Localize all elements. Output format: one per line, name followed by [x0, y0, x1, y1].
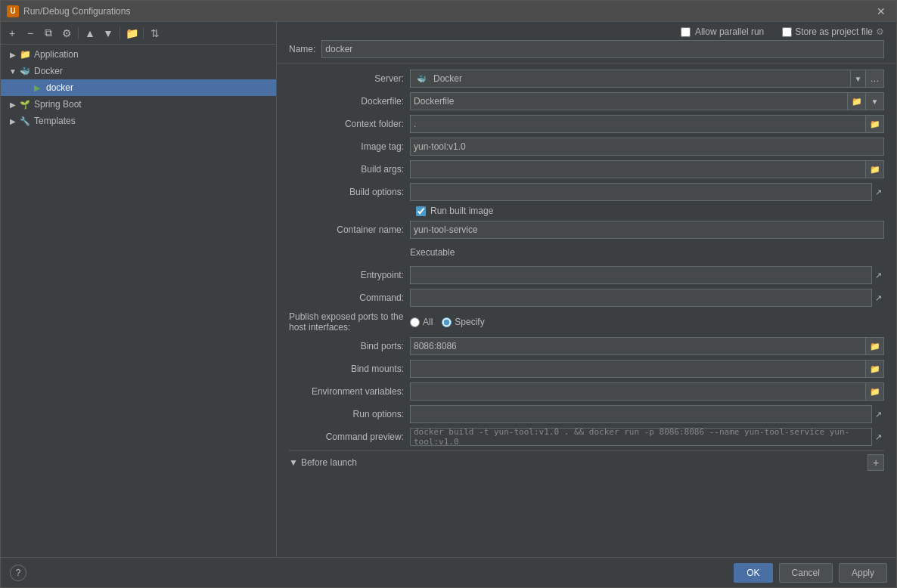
- run-debug-configurations-window: U Run/Debug Configurations ✕ + − ⧉ ⚙ ▲ ▼…: [0, 0, 897, 588]
- tree-label-docker-config: docker: [46, 82, 73, 93]
- before-launch-add-button[interactable]: +: [868, 454, 884, 471]
- command-preview-label: Command preview:: [289, 432, 410, 442]
- run-options-row: Run options: ↗: [289, 405, 884, 423]
- before-launch-arrow[interactable]: ▼: [289, 457, 298, 468]
- radio-all-label[interactable]: All: [410, 317, 433, 327]
- move-down-button[interactable]: ▼: [100, 25, 116, 42]
- server-more-button[interactable]: …: [866, 70, 884, 88]
- dockerfile-dropdown-button[interactable]: ▼: [866, 92, 884, 110]
- radio-specify-label[interactable]: Specify: [442, 317, 484, 327]
- bind-mounts-browse-button[interactable]: 📁: [866, 360, 884, 378]
- image-tag-input[interactable]: [410, 138, 884, 156]
- run-options-input[interactable]: [410, 405, 872, 423]
- main-content: + − ⧉ ⚙ ▲ ▼ 📁 ⇅ ▶ 📁 Application: [1, 22, 896, 557]
- bind-mounts-input[interactable]: [410, 360, 866, 378]
- bind-mounts-row: Bind mounts: 📁: [289, 360, 884, 378]
- command-preview-value: docker build -t yun-tool:v1.0 . && docke…: [410, 428, 872, 446]
- bind-ports-browse-button[interactable]: 📁: [866, 337, 884, 355]
- apply-button[interactable]: Apply: [839, 563, 887, 583]
- cancel-button[interactable]: Cancel: [779, 563, 833, 583]
- executable-header-row: Executable: [289, 243, 884, 262]
- env-vars-input[interactable]: [410, 382, 866, 401]
- header-options-row: Allow parallel run Store as project file…: [277, 22, 896, 40]
- radio-all[interactable]: [410, 317, 420, 327]
- tree-toggle-docker[interactable]: ▼: [7, 67, 19, 76]
- bind-mounts-label: Bind mounts:: [289, 364, 410, 374]
- container-name-input[interactable]: [410, 221, 884, 239]
- dockerfile-browse-button[interactable]: 📁: [848, 92, 866, 110]
- tree-toggle-templates[interactable]: ▶: [7, 117, 19, 125]
- dockerfile-label: Dockerfile:: [289, 96, 410, 107]
- copy-config-button[interactable]: ⧉: [40, 25, 57, 42]
- name-input[interactable]: [321, 40, 884, 58]
- docker-icon-in-select: 🐳: [415, 73, 427, 85]
- gear-icon[interactable]: ⚙: [876, 26, 884, 37]
- allow-parallel-checkbox[interactable]: [681, 27, 691, 37]
- bind-ports-label: Bind ports:: [301, 341, 410, 351]
- build-options-input[interactable]: [410, 183, 872, 201]
- run-options-expand-button[interactable]: ↗: [872, 405, 884, 423]
- context-folder-input[interactable]: [410, 115, 866, 133]
- ok-button[interactable]: OK: [734, 563, 772, 583]
- tree-item-application[interactable]: ▶ 📁 Application: [1, 46, 276, 63]
- tree-label-application: Application: [34, 49, 79, 60]
- build-options-expand-button[interactable]: ↗: [872, 183, 884, 201]
- entrypoint-expand-button[interactable]: ↗: [872, 266, 884, 284]
- entrypoint-input[interactable]: [410, 266, 872, 284]
- tree-item-templates[interactable]: ▶ 🔧 Templates: [1, 113, 276, 129]
- close-button[interactable]: ✕: [872, 5, 890, 17]
- allow-parallel-checkbox-label[interactable]: Allow parallel run: [681, 26, 764, 37]
- run-options-control: ↗: [410, 405, 884, 423]
- store-project-checkbox[interactable]: [782, 27, 792, 37]
- toolbar-separator-3: [143, 27, 144, 39]
- bind-ports-row: Bind ports: 📁: [289, 337, 884, 355]
- remove-config-button[interactable]: −: [22, 25, 39, 42]
- tree-toggle-spring[interactable]: ▶: [7, 101, 19, 109]
- bottom-bar: ? OK Cancel Apply: [1, 557, 896, 587]
- tree-label-spring: Spring Boot: [34, 99, 82, 110]
- command-preview-expand-button[interactable]: ↗: [872, 428, 884, 446]
- form-area: Server: 🐳 Docker ▼ … Dockerfile:: [277, 63, 896, 557]
- command-expand-button[interactable]: ↗: [872, 289, 884, 307]
- run-built-image-row: Run built image: [289, 206, 884, 216]
- folder-button[interactable]: 📁: [123, 25, 140, 42]
- tree-label-docker-group: Docker: [34, 66, 63, 76]
- entrypoint-control: ↗: [410, 266, 884, 284]
- allow-parallel-label: Allow parallel run: [695, 26, 764, 37]
- build-args-browse-button[interactable]: 📁: [866, 160, 884, 178]
- command-label: Command:: [301, 292, 410, 303]
- config-tree: ▶ 📁 Application ▼ 🐳 Docker ▶ docker ▶: [1, 45, 276, 557]
- sort-button[interactable]: ⇅: [147, 25, 163, 42]
- bind-ports-control: 📁: [410, 337, 884, 355]
- run-built-image-checkbox[interactable]: [416, 206, 426, 216]
- docker-run-icon: ▶: [31, 82, 43, 94]
- title-bar-text: Run/Debug Configurations: [23, 6, 872, 17]
- help-button[interactable]: ?: [10, 565, 26, 581]
- build-args-input[interactable]: [410, 160, 866, 178]
- publish-ports-radio-group: All Specify: [410, 317, 485, 327]
- store-project-section: Store as project file ⚙: [782, 26, 884, 37]
- dockerfile-input[interactable]: [410, 92, 848, 110]
- right-panel: Allow parallel run Store as project file…: [277, 22, 896, 557]
- bind-ports-input[interactable]: [410, 337, 866, 355]
- tree-item-spring-boot[interactable]: ▶ 🌱 Spring Boot: [1, 96, 276, 113]
- before-launch-toggle[interactable]: ▼ Before launch: [289, 457, 357, 468]
- server-select-arrow[interactable]: ▼: [851, 70, 866, 88]
- context-folder-browse-button[interactable]: 📁: [866, 115, 884, 133]
- tree-item-docker-group[interactable]: ▼ 🐳 Docker: [1, 63, 276, 79]
- move-up-button[interactable]: ▲: [82, 25, 98, 42]
- radio-specify[interactable]: [442, 317, 452, 327]
- settings-button[interactable]: ⚙: [58, 25, 75, 42]
- tree-item-docker-config[interactable]: ▶ docker: [1, 79, 276, 96]
- container-name-label: Container name:: [289, 224, 410, 235]
- build-options-row: Build options: ↗: [289, 183, 884, 201]
- context-folder-label: Context folder:: [289, 119, 410, 129]
- env-vars-browse-button[interactable]: 📁: [866, 382, 884, 401]
- add-config-button[interactable]: +: [4, 25, 20, 42]
- tree-toggle-application[interactable]: ▶: [7, 51, 19, 59]
- command-control: ↗: [410, 289, 884, 307]
- command-input[interactable]: [410, 289, 872, 307]
- dockerfile-row: Dockerfile: 📁 ▼: [289, 92, 884, 110]
- config-toolbar: + − ⧉ ⚙ ▲ ▼ 📁 ⇅: [1, 22, 276, 45]
- docker-folder-icon: 🐳: [19, 65, 31, 77]
